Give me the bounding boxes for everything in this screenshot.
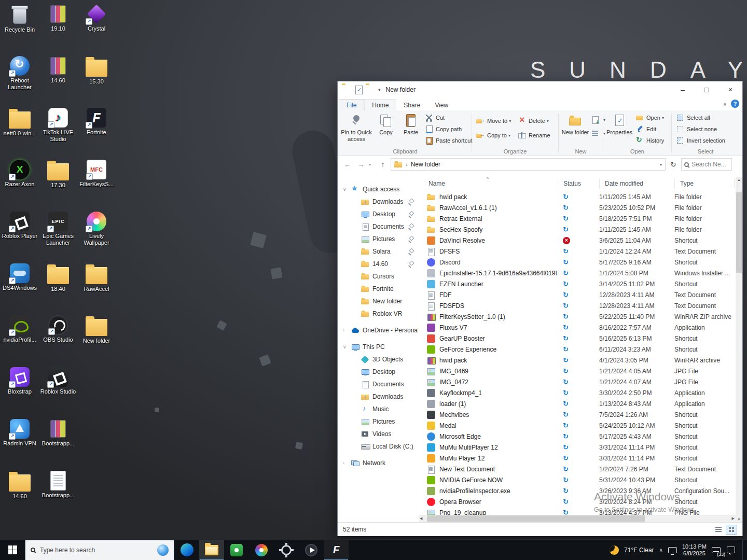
sidebar-item-downloads[interactable]: Downloads: [338, 390, 418, 403]
back-button[interactable]: [342, 159, 353, 170]
pin-to-quick-access-button[interactable]: Pin to Quick access: [341, 112, 372, 145]
invert-selection-button[interactable]: Invert selection: [676, 135, 725, 146]
sidebar-section-this-pc[interactable]: This PC: [338, 341, 418, 353]
desktop-icon-nett0-0-win[interactable]: nett0.0-win...: [1, 108, 38, 137]
sidebar-item-fortnite[interactable]: Fortnite: [338, 283, 418, 295]
file-row-mechvibes[interactable]: Mechvibes7/5/2024 1:26 AMShortcut: [419, 409, 736, 420]
minimize-button[interactable]: [671, 81, 695, 97]
column-header-name[interactable]: Name: [428, 177, 445, 190]
ribbon-collapse-icon[interactable]: [723, 101, 727, 107]
scroll-left-icon[interactable]: [420, 516, 422, 521]
file-row-fdsfds[interactable]: FDSFDS12/28/2023 4:11 AMText Document: [419, 300, 736, 311]
chevron-expanded-icon[interactable]: [343, 344, 350, 349]
thumbnails-view-button[interactable]: [726, 525, 737, 535]
chevron-collapsed-icon[interactable]: [343, 460, 350, 466]
sidebar-item-solara[interactable]: Solara: [338, 245, 418, 258]
help-icon[interactable]: [731, 100, 739, 108]
copy-path-button[interactable]: Copy path: [425, 124, 462, 134]
paste-shortcut-button[interactable]: Paste shortcut: [425, 135, 472, 146]
open-button[interactable]: Open: [635, 113, 664, 123]
sidebar-item-pictures[interactable]: Pictures: [338, 415, 418, 428]
file-row-kayflockmp4-1[interactable]: Kayflockmp4_13/30/2024 2:50 PMApplicatio…: [419, 387, 736, 398]
scroll-down-icon[interactable]: [737, 517, 741, 521]
file-row-img-0472[interactable]: IMG_04721/21/2024 4:07 AMJPG File: [419, 376, 736, 387]
show-desktop-strip[interactable]: [742, 540, 745, 560]
horizontal-scrollbar[interactable]: [419, 515, 736, 522]
display-tray-icon[interactable]: [668, 547, 677, 553]
sidebar-item-desktop[interactable]: Desktop: [338, 366, 418, 378]
file-row-mumu-multiplayer-12[interactable]: MuMu MultiPlayer 123/31/2024 11:14 PMSho…: [419, 442, 736, 453]
copy-to-button[interactable]: Copy to: [476, 130, 510, 141]
desktop-icon-bootstrapp[interactable]: Bootstrapp...: [39, 471, 77, 499]
desktop-icon-19-10[interactable]: 19.10: [39, 4, 77, 32]
taskbar-app-colorwheel[interactable]: [249, 540, 274, 560]
forward-button[interactable]: [355, 159, 367, 170]
notifications-button[interactable]: (33): [726, 545, 736, 555]
scroll-up-icon[interactable]: [737, 178, 741, 181]
column-header-status[interactable]: Status: [563, 177, 581, 190]
file-row-microsoft-edge[interactable]: Microsoft Edge5/17/2025 4:43 AMShortcut: [419, 431, 736, 442]
file-row-hwid-pack[interactable]: hwid pack4/1/2024 3:05 PMWinRAR archive: [419, 355, 736, 366]
breadcrumb-location[interactable]: New folder: [411, 161, 440, 168]
desktop-icon-razer-axon[interactable]: XRazer Axon: [1, 160, 38, 188]
select-all-button[interactable]: Select all: [676, 113, 710, 123]
vertical-scrollbar[interactable]: [736, 177, 742, 522]
edit-button[interactable]: Edit: [635, 124, 656, 134]
tab-share[interactable]: Share: [396, 100, 427, 110]
desktop-icon-14-60[interactable]: 14.60: [39, 56, 77, 84]
sidebar-item-desktop[interactable]: Desktop: [338, 208, 418, 220]
file-row-fdf[interactable]: FDF12/28/2023 4:11 AMText Document: [419, 289, 736, 300]
start-button[interactable]: [0, 540, 25, 560]
sidebar-section-onedrive-personal[interactable]: OneDrive - Personal: [338, 324, 418, 337]
move-to-button[interactable]: Move to: [476, 116, 511, 126]
desktop-icon-18-40[interactable]: 18.40: [39, 263, 77, 292]
breadcrumb[interactable]: New folder: [391, 158, 666, 171]
file-row-new-text-document[interactable]: New Text Document1/2/2024 7:26 PMText Do…: [419, 464, 736, 474]
file-row-nvidia-geforce-now[interactable]: NVIDIA GeForce NOW5/31/2024 10:43 PMShor…: [419, 474, 736, 485]
desktop-icon-nvidiaprofil[interactable]: nvidiaProfil...: [1, 315, 38, 343]
chevron-expanded-icon[interactable]: [343, 187, 350, 192]
sidebar-item-14-60[interactable]: 14.60: [338, 258, 418, 270]
desktop-icon-reboot-launcher[interactable]: Reboot Launcher: [1, 56, 38, 91]
recent-locations-icon[interactable]: [369, 162, 375, 167]
file-row-epicinstaller-15-17-1-9d616a9a43664f019f[interactable]: EpicInstaller-15.17.1-9d616a9a43664f019f…: [419, 268, 736, 278]
delete-button[interactable]: Delete: [518, 116, 549, 126]
sidebar-item-videos[interactable]: Videos: [338, 428, 418, 440]
tab-view[interactable]: View: [427, 100, 455, 110]
file-row-sechex-spoofy[interactable]: SecHex-Spoofy1/11/2025 1:45 AMFile folde…: [419, 224, 736, 235]
taskbar-app-fortnite[interactable]: F: [324, 540, 349, 560]
cut-button[interactable]: Cut: [425, 113, 445, 123]
desktop-icon-lively-wallpaper[interactable]: Lively Wallpaper: [78, 212, 115, 246]
search-box[interactable]: [681, 158, 732, 171]
file-row-mumu-player-12[interactable]: MuMu Player 123/31/2024 11:14 PMShortcut: [419, 453, 736, 464]
file-row-retrac-external[interactable]: Retrac External5/18/2025 7:51 PMFile fol…: [419, 213, 736, 224]
scroll-right-icon[interactable]: [732, 516, 735, 521]
sidebar-item-cursors[interactable]: Cursors: [338, 270, 418, 283]
sidebar-item-new-folder[interactable]: New folder: [338, 295, 418, 307]
file-row-fluxus-v7[interactable]: Fluxus V78/16/2022 7:57 AMApplication: [419, 322, 736, 333]
column-header-type[interactable]: Type: [680, 177, 694, 190]
sidebar-section-quick-access[interactable]: Quick access: [338, 183, 418, 195]
file-row-nvidiaprofileinspector-exe[interactable]: nvidiaProfileInspector.exe3/26/2023 9:36…: [419, 485, 736, 496]
sidebar-item-pictures[interactable]: Pictures: [338, 233, 418, 245]
new-folder-button[interactable]: New folder: [561, 112, 590, 145]
sidebar-item-documents[interactable]: Documents: [338, 220, 418, 233]
taskbar-search[interactable]: [25, 540, 174, 560]
file-row-davinci-resolve[interactable]: DaVinci Resolve3/6/2025 11:04 AMShortcut: [419, 235, 736, 246]
file-row-filterkeyssetter-1-0-1[interactable]: FilterKeysSetter_1.0 (1)5/22/2025 11:40 …: [419, 311, 736, 322]
tab-file[interactable]: File: [339, 99, 364, 110]
titlebar[interactable]: New folder: [338, 81, 742, 98]
desktop-icon-roblox-player[interactable]: Roblox Player: [1, 212, 38, 240]
file-row-geforce-experience[interactable]: GeForce Experience6/11/2024 3:23 AMShort…: [419, 344, 736, 355]
weather-moon-icon[interactable]: [610, 545, 619, 555]
desktop-icon-obs-studio[interactable]: OBS Studio: [39, 315, 77, 343]
file-row-ezfn-launcher[interactable]: EZFN Launcher3/14/2025 11:02 PMShortcut: [419, 278, 736, 289]
file-row-img-0469[interactable]: IMG_04691/21/2024 4:05 AMJPG File: [419, 366, 736, 376]
sidebar-item-music[interactable]: Music: [338, 403, 418, 415]
desktop-icon-fortnite[interactable]: FFortnite: [78, 108, 115, 136]
qat-properties-icon[interactable]: [355, 86, 363, 94]
desktop-icon-epic-games-launcher[interactable]: EPICEpic Games Launcher: [39, 212, 77, 246]
sidebar-item-roblox-vr[interactable]: Roblox VR: [338, 307, 418, 320]
up-button[interactable]: [377, 159, 389, 170]
taskbar-app-edge[interactable]: [174, 540, 199, 560]
